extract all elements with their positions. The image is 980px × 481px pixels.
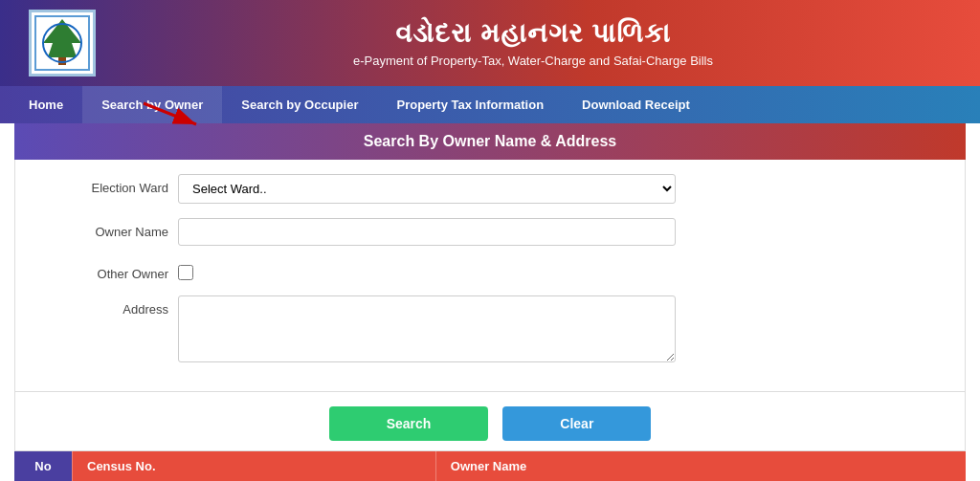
header-title: વડોદરા મહાનગર પાળિકા	[115, 18, 951, 50]
nav-download-receipt[interactable]: Download Receipt	[563, 86, 709, 123]
election-ward-select[interactable]: Select Ward..	[178, 174, 676, 204]
logo	[29, 10, 96, 77]
other-owner-label: Other Owner	[44, 260, 168, 281]
other-owner-row: Other Owner	[44, 260, 936, 281]
other-owner-checkbox[interactable]	[178, 265, 193, 280]
search-button[interactable]: Search	[329, 406, 489, 441]
button-row: Search Clear	[14, 392, 966, 451]
header-subtitle: e-Payment of Property-Tax, Water-Charge …	[115, 54, 951, 68]
table-col-owner: Owner Name	[435, 451, 966, 481]
nav-search-by-occupier[interactable]: Search by Occupier	[222, 86, 377, 123]
nav-search-by-owner[interactable]: Search by Owner	[82, 86, 222, 123]
main-content: Search By Owner Name & Address Election …	[0, 123, 980, 481]
address-row: Address	[44, 295, 936, 362]
election-ward-label: Election Ward	[44, 174, 168, 195]
header-text: વડોદરા મહાનગર પાળિકા e-Payment of Proper…	[115, 18, 951, 68]
owner-name-label: Owner Name	[44, 218, 168, 239]
navbar: Home Search by Owner Search by Occupier …	[0, 86, 980, 123]
nav-home[interactable]: Home	[10, 86, 82, 123]
section-header: Search By Owner Name & Address	[14, 123, 966, 160]
table-header: No Census No. Owner Name	[14, 451, 966, 481]
search-form: Election Ward Select Ward.. Owner Name O…	[14, 160, 966, 392]
owner-name-input[interactable]	[178, 218, 676, 246]
other-owner-checkbox-wrapper	[178, 260, 193, 280]
address-label: Address	[44, 295, 168, 317]
owner-name-row: Owner Name	[44, 218, 936, 246]
table-col-no: No	[14, 451, 72, 481]
address-input[interactable]	[178, 295, 676, 362]
clear-button[interactable]: Clear	[502, 406, 651, 441]
table-col-census: Census No.	[72, 451, 435, 481]
nav-property-tax-information[interactable]: Property Tax Information	[377, 86, 563, 123]
election-ward-row: Election Ward Select Ward..	[44, 174, 936, 204]
header: વડોદરા મહાનગર પાળિકા e-Payment of Proper…	[0, 0, 980, 86]
